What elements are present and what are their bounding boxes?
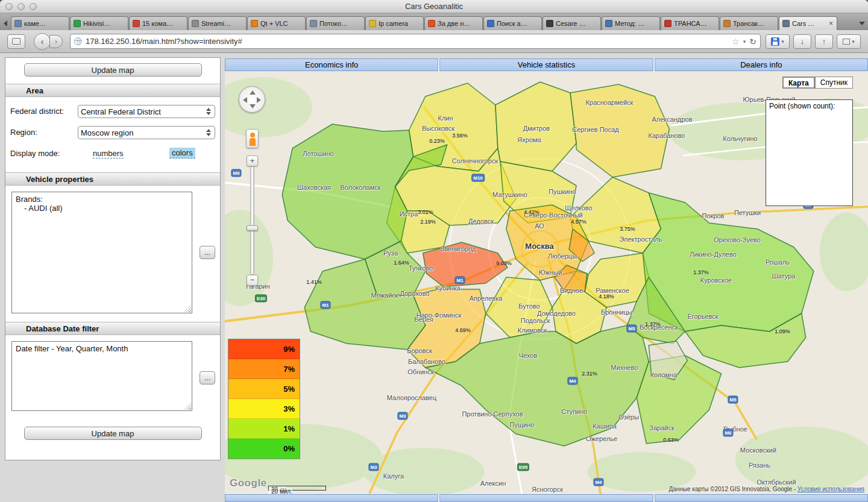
url-dropdown-icon[interactable]: ▾ bbox=[743, 39, 746, 45]
pan-left-icon[interactable] bbox=[243, 97, 247, 103]
region-percent-label: 9.03% bbox=[496, 260, 512, 266]
tab-close-icon[interactable]: × bbox=[828, 19, 834, 28]
tab-favicon bbox=[782, 20, 790, 27]
browser-tab[interactable]: За две н… bbox=[424, 16, 483, 30]
display-mode-colors-selected[interactable]: colors bbox=[169, 148, 195, 158]
scroll-tabs-left-button[interactable] bbox=[0, 17, 11, 30]
display-mode-numbers-link[interactable]: numbers bbox=[93, 149, 124, 158]
browser-tab[interactable]: 15 кома… bbox=[129, 16, 187, 30]
city-label: Дорохово bbox=[400, 290, 429, 297]
bookmark-star-icon[interactable]: ☆ bbox=[732, 37, 740, 46]
minimize-button[interactable] bbox=[17, 3, 25, 10]
region-percent-label: 1.41% bbox=[306, 279, 322, 285]
panel-tab[interactable] bbox=[439, 494, 653, 502]
save-page-button[interactable]: ▾ bbox=[766, 34, 790, 49]
browser-tab[interactable]: Streami… bbox=[188, 16, 247, 30]
city-label: Пущино bbox=[510, 421, 535, 428]
address-bar[interactable]: 178.162.250.16/main.html?show=intensivit… bbox=[70, 34, 761, 49]
zoom-button[interactable] bbox=[30, 3, 37, 10]
map-scale: 20 км 20 мил. bbox=[268, 486, 326, 491]
select-stepper-icon bbox=[206, 108, 212, 115]
update-map-button-top[interactable]: Update map bbox=[24, 63, 202, 77]
city-label: Протвино bbox=[462, 410, 491, 418]
resize-grip-icon[interactable] bbox=[184, 305, 191, 312]
browser-tab[interactable]: Hikivisi… bbox=[70, 16, 128, 30]
update-map-button-bottom[interactable]: Update map bbox=[24, 427, 202, 440]
panel-tab[interactable]: Vehicle statistics bbox=[439, 58, 653, 71]
map-pan-control[interactable] bbox=[239, 86, 265, 113]
map-type-button[interactable]: Карта bbox=[782, 77, 815, 89]
legend-row: 0% bbox=[228, 439, 300, 459]
city-label: Карабаново bbox=[649, 132, 685, 139]
panel-tab[interactable] bbox=[655, 494, 868, 502]
zoom-in-button[interactable]: + bbox=[247, 155, 258, 166]
browser-tab[interactable]: Поиск а… bbox=[483, 16, 542, 30]
city-label: Алексин bbox=[480, 480, 506, 487]
city-label: Обнинск bbox=[407, 368, 433, 375]
tab-favicon bbox=[133, 20, 140, 27]
map-type-button[interactable]: Спутник bbox=[815, 77, 853, 89]
legend-row: 7% bbox=[228, 359, 300, 379]
terms-link[interactable]: Условия использования bbox=[797, 486, 864, 492]
road-shield: E95 bbox=[517, 463, 529, 471]
titlebar: Cars Geoanalitic bbox=[0, 0, 868, 13]
date-browse-button[interactable]: ... bbox=[200, 371, 215, 384]
panel-tab[interactable]: Economics info bbox=[225, 58, 438, 71]
resize-grip-icon[interactable] bbox=[184, 403, 191, 410]
legend-row: 1% bbox=[228, 419, 300, 439]
zoom-out-button[interactable]: − bbox=[247, 275, 258, 286]
city-label: Щелково bbox=[565, 204, 592, 212]
info-tabs-bottom bbox=[225, 494, 868, 502]
city-label: Ясногорск bbox=[532, 486, 563, 493]
region-percent-label: 2.31% bbox=[582, 371, 597, 377]
browser-tab[interactable]: Метод: … bbox=[602, 16, 660, 30]
federal-district-select[interactable]: Central Federal District bbox=[78, 105, 215, 118]
panel-tab[interactable] bbox=[225, 494, 438, 502]
browser-tab[interactable]: каме… bbox=[11, 16, 69, 30]
browser-tab[interactable]: Cesare … bbox=[542, 16, 601, 30]
browser-tab[interactable]: Трансак… bbox=[720, 16, 778, 30]
road-shield: M9 bbox=[231, 169, 241, 177]
region-percent-label: 3.56% bbox=[452, 133, 468, 139]
pan-down-icon[interactable] bbox=[250, 104, 256, 108]
download-button[interactable]: ↓ bbox=[793, 34, 811, 49]
city-label: Калуга bbox=[383, 472, 404, 480]
browser-tab[interactable]: ТРАНСА… bbox=[661, 16, 719, 30]
city-label: Бронницы bbox=[601, 309, 632, 316]
city-label: Люберцы bbox=[548, 253, 577, 260]
tab-strip: каме…Hikivisi…15 кома…Streami…Qt + VLCПо… bbox=[11, 16, 856, 30]
brands-filter-box[interactable]: Brands: - AUDI (all) bbox=[11, 192, 192, 313]
street-view-pegman[interactable] bbox=[246, 129, 259, 148]
date-filter-box[interactable]: Date filter - Year, Quarter, Month bbox=[11, 341, 192, 411]
browser-tab[interactable]: Qt + VLC bbox=[247, 16, 306, 30]
browser-tab[interactable]: Ip camera bbox=[365, 16, 424, 30]
page-content: Update map Area Federal district: Centra… bbox=[0, 53, 868, 502]
region-select[interactable]: Moscow region bbox=[78, 126, 215, 139]
tab-label: каме… bbox=[24, 20, 66, 27]
pegman-icon bbox=[250, 138, 256, 146]
back-button[interactable]: ‹ bbox=[34, 33, 51, 50]
close-button[interactable] bbox=[5, 3, 13, 10]
brands-browse-button[interactable]: ... bbox=[200, 246, 215, 259]
zoom-slider-track[interactable] bbox=[250, 166, 254, 275]
map-canvas[interactable]: Юрьев-ПольскийАлександровКарабановоКольч… bbox=[225, 71, 868, 494]
panel-tab[interactable]: Dealers info bbox=[655, 58, 868, 71]
pan-right-icon[interactable] bbox=[257, 97, 261, 103]
tab-label: Поиск а… bbox=[497, 20, 538, 27]
pan-up-icon[interactable] bbox=[250, 90, 256, 95]
tools-menu-button[interactable]: ▾ bbox=[837, 34, 861, 49]
snapshot-button[interactable] bbox=[7, 34, 25, 49]
url-text[interactable]: 178.162.250.16/main.html?show=intensivit… bbox=[86, 37, 728, 46]
forward-button[interactable]: › bbox=[49, 35, 63, 48]
city-label: Кольчугино bbox=[723, 135, 757, 142]
reload-icon[interactable]: ↻ bbox=[749, 37, 756, 46]
list-all-tabs-button[interactable] bbox=[856, 17, 868, 30]
city-label: АО bbox=[535, 222, 544, 230]
region-percent-label: 3.75% bbox=[620, 226, 635, 232]
road-shield: M6 bbox=[723, 429, 733, 437]
browser-tab[interactable]: Cars …× bbox=[779, 16, 837, 30]
upload-button[interactable]: ↑ bbox=[815, 34, 833, 49]
city-label: Кубинка bbox=[435, 284, 461, 292]
browser-tab[interactable]: Потоко… bbox=[306, 16, 365, 30]
zoom-slider-handle[interactable] bbox=[247, 225, 258, 231]
